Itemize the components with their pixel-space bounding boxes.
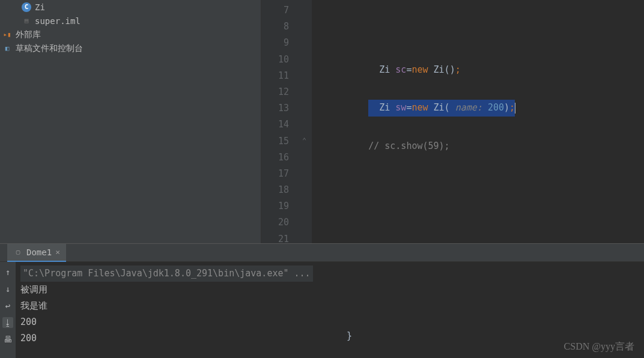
tree-label: super.iml	[35, 16, 80, 26]
tree-item-external-libs[interactable]: ▸▮ 外部库	[0, 28, 261, 41]
code-line-13[interactable]	[312, 252, 644, 268]
tree-label: 草稿文件和控制台	[16, 43, 83, 54]
tree-label: Zi	[35, 2, 45, 12]
line-number[interactable]: 12	[261, 84, 289, 100]
down-stack-icon[interactable]: ↓	[2, 284, 13, 294]
line-number[interactable]: 19	[261, 198, 289, 214]
code-editor[interactable]: Zi sc=new Zi(); Zi sw=new Zi( name: 200)…	[312, 0, 644, 243]
line-number[interactable]: 15	[261, 133, 289, 150]
line-number-gutter: 789101112131415161718192021	[261, 0, 302, 243]
tree-label: 外部库	[16, 29, 41, 40]
line-number[interactable]: 7	[261, 2, 289, 19]
file-icon: ▤	[22, 16, 31, 26]
fold-column: ⌃	[302, 0, 312, 243]
line-number[interactable]: 11	[261, 68, 289, 84]
tree-item-scratches[interactable]: ◧ 草稿文件和控制台	[0, 41, 261, 55]
line-number[interactable]: 13	[261, 100, 289, 117]
code-line-8[interactable]: Zi sc=new Zi();	[312, 62, 644, 78]
soft-wrap-icon[interactable]: ↩	[2, 300, 13, 311]
line-number[interactable]: 16	[261, 150, 289, 166]
up-stack-icon[interactable]: ↑	[2, 267, 13, 278]
run-tab[interactable]: ▢ Dome1 ×	[7, 244, 66, 262]
scratch-icon: ◧	[2, 44, 12, 53]
code-line-7[interactable]	[312, 24, 644, 40]
code-line-11[interactable]	[312, 176, 644, 192]
code-line-14[interactable]	[312, 290, 644, 306]
line-number[interactable]: 9	[261, 35, 289, 51]
tree-item-file-iml[interactable]: ▤ super.iml	[0, 14, 261, 28]
library-icon: ▸▮	[2, 30, 12, 40]
scroll-end-icon[interactable]: ⭳	[2, 317, 13, 328]
tree-item-class-zi[interactable]: C Zi	[0, 0, 261, 14]
line-number[interactable]: 20	[261, 214, 289, 231]
fold-end-icon[interactable]: ⌃	[302, 136, 309, 145]
line-number[interactable]: 10	[261, 52, 289, 68]
watermark: CSDN @yyy言者	[564, 341, 634, 353]
code-line-10[interactable]: // sc.show(59);	[312, 138, 644, 154]
print-icon[interactable]: 🖶	[2, 334, 13, 345]
line-number[interactable]: 17	[261, 166, 289, 182]
console-toolbar: ↑ ↓ ↩ ⭳ 🖶	[0, 262, 16, 358]
line-number[interactable]: 14	[261, 117, 289, 133]
run-tab-label: Dome1	[26, 247, 52, 257]
editor-caret	[515, 103, 515, 114]
class-icon: C	[22, 2, 31, 12]
line-number[interactable]: 8	[261, 19, 289, 35]
code-line-12[interactable]	[312, 214, 644, 230]
close-icon[interactable]: ×	[55, 247, 60, 256]
run-config-icon: ▢	[13, 247, 23, 257]
project-tree[interactable]: C Zi ▤ super.iml ▸▮ 外部库 ◧ 草稿文件和控制台	[0, 0, 261, 243]
line-number[interactable]: 18	[261, 182, 289, 198]
code-line-9[interactable]: Zi sw=new Zi( name: 200);	[312, 100, 644, 116]
